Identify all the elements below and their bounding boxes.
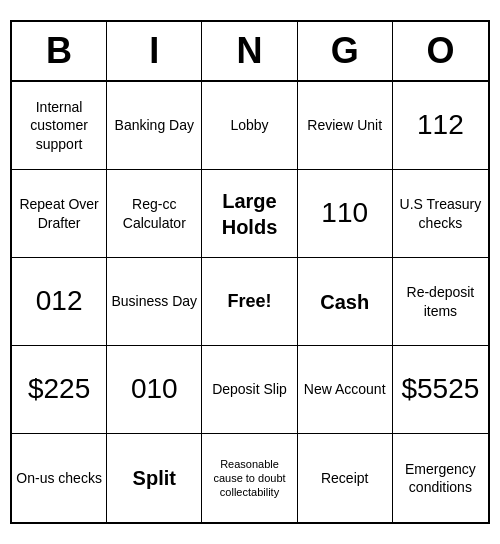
bingo-cell-11: Business Day (107, 258, 202, 346)
bingo-cell-19: $5525 (393, 346, 488, 434)
bingo-header: BINGO (12, 22, 488, 82)
bingo-cell-12: Free! (202, 258, 297, 346)
bingo-cell-23: Receipt (298, 434, 393, 522)
bingo-cell-4: 112 (393, 82, 488, 170)
bingo-cell-20: On-us checks (12, 434, 107, 522)
bingo-card: BINGO Internal customer supportBanking D… (10, 20, 490, 524)
bingo-cell-18: New Account (298, 346, 393, 434)
bingo-cell-10: 012 (12, 258, 107, 346)
bingo-cell-8: 110 (298, 170, 393, 258)
bingo-cell-9: U.S Treasury checks (393, 170, 488, 258)
bingo-grid: Internal customer supportBanking DayLobb… (12, 82, 488, 522)
bingo-cell-15: $225 (12, 346, 107, 434)
bingo-cell-17: Deposit Slip (202, 346, 297, 434)
bingo-cell-6: Reg-cc Calculator (107, 170, 202, 258)
bingo-cell-24: Emergency conditions (393, 434, 488, 522)
bingo-cell-13: Cash (298, 258, 393, 346)
bingo-cell-1: Banking Day (107, 82, 202, 170)
bingo-cell-7: Large Holds (202, 170, 297, 258)
bingo-letter-b: B (12, 22, 107, 80)
bingo-cell-14: Re-deposit items (393, 258, 488, 346)
bingo-cell-22: Reasonable cause to doubt collectability (202, 434, 297, 522)
bingo-cell-3: Review Unit (298, 82, 393, 170)
bingo-cell-21: Split (107, 434, 202, 522)
bingo-cell-16: 010 (107, 346, 202, 434)
bingo-cell-2: Lobby (202, 82, 297, 170)
bingo-cell-0: Internal customer support (12, 82, 107, 170)
bingo-letter-n: N (202, 22, 297, 80)
bingo-letter-i: I (107, 22, 202, 80)
bingo-cell-5: Repeat Over Drafter (12, 170, 107, 258)
bingo-letter-o: O (393, 22, 488, 80)
bingo-letter-g: G (298, 22, 393, 80)
